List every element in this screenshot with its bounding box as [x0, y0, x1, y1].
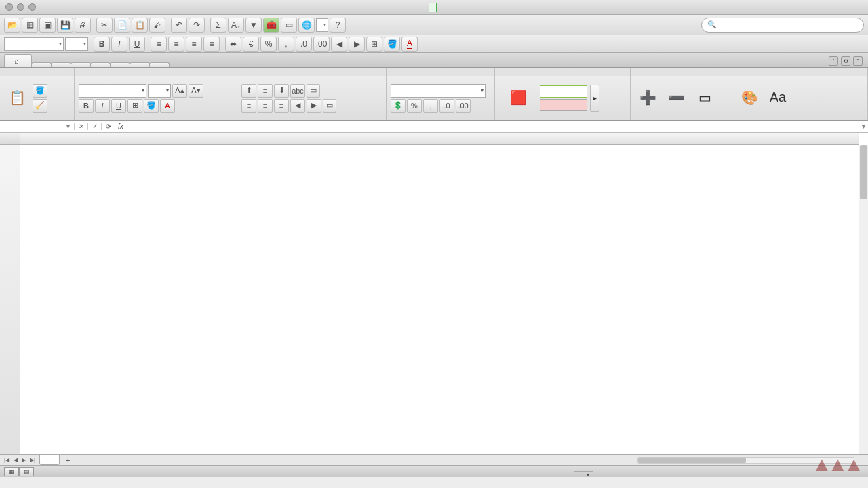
align-left-button[interactable]: ≡	[151, 37, 167, 52]
ribbon-italic-button[interactable]: I	[95, 99, 110, 113]
indent-right-button[interactable]: ▶	[307, 99, 321, 113]
align-center-button[interactable]: ≡	[168, 37, 184, 52]
tab-review[interactable]	[149, 62, 170, 67]
sheet-last-button[interactable]: ▶|	[28, 457, 37, 463]
formula-expand-button[interactable]: ▾	[859, 123, 868, 130]
delete-cells-button[interactable]: ➖	[663, 81, 689, 116]
ribbon-close-button[interactable]: ˅	[853, 56, 863, 66]
ribbon-borders-button[interactable]: ⊞	[127, 99, 142, 113]
styles-more-button[interactable]: ▸	[590, 85, 599, 112]
ribbon-fill-color-button[interactable]: 🪣	[144, 99, 159, 113]
style-normal[interactable]	[540, 85, 587, 98]
increase-decimal2-button[interactable]: .0	[439, 99, 454, 113]
style-bad[interactable]	[540, 99, 587, 111]
save-button[interactable]: 💾	[57, 18, 73, 33]
shrink-font-button[interactable]: A▾	[189, 84, 203, 98]
valign-middle-button[interactable]: ≡	[258, 84, 273, 98]
spreadsheet-grid[interactable]	[0, 133, 868, 454]
ribbon-settings-button[interactable]: ⚙	[841, 56, 850, 66]
undo-button[interactable]: ↶	[171, 18, 187, 33]
show-hide-button[interactable]: ▭	[281, 18, 297, 33]
halign-center-button[interactable]: ≡	[258, 99, 273, 113]
font-color-button[interactable]: A	[401, 37, 418, 52]
sheet-tab-1[interactable]	[39, 455, 60, 465]
insert-cells-button[interactable]: ➕	[635, 81, 660, 116]
ribbon-font-selector[interactable]	[79, 84, 146, 98]
vertical-scroll-thumb[interactable]	[860, 145, 867, 199]
select-all-corner[interactable]	[0, 133, 20, 145]
borders-button[interactable]: ⊞	[366, 37, 382, 52]
currency-dropdown-button[interactable]: 💲	[391, 99, 406, 113]
page-layout-view-button[interactable]: ▤	[19, 467, 34, 476]
horizontal-scroll-thumb[interactable]	[638, 458, 746, 463]
fill-button[interactable]: 🪣	[33, 84, 47, 98]
comma-style-button[interactable]: ,	[423, 99, 438, 113]
normal-view-button[interactable]: ▦	[4, 467, 19, 476]
tab-smartart[interactable]	[90, 62, 111, 67]
decrease-decimal2-button[interactable]: .00	[456, 99, 471, 113]
valign-bottom-button[interactable]: ⬇	[274, 84, 289, 98]
add-sheet-button[interactable]: +	[62, 456, 73, 464]
copy-button[interactable]: 📄	[114, 18, 130, 33]
tab-charts[interactable]	[71, 62, 91, 67]
currency-button[interactable]: €	[243, 37, 259, 52]
sheet-next-button[interactable]: ▶	[20, 457, 27, 463]
justify-button[interactable]: ≡	[203, 37, 220, 52]
bold-button[interactable]: B	[94, 37, 110, 52]
conditional-formatting-button[interactable]: 🟥	[499, 81, 537, 116]
fill-color-button[interactable]: 🪣	[384, 37, 400, 52]
comma-button[interactable]: ,	[278, 37, 294, 52]
paste-big-button[interactable]: 📋	[4, 81, 30, 116]
indent-left-button[interactable]: ◀	[290, 99, 305, 113]
autosum-button[interactable]: Σ	[210, 18, 226, 33]
zoom-window-button[interactable]	[28, 3, 36, 11]
redo-button[interactable]: ↷	[189, 18, 205, 33]
merge-cells-button[interactable]: ⬌	[225, 37, 241, 52]
italic-button[interactable]: I	[111, 37, 127, 52]
status-sum[interactable]	[574, 471, 593, 472]
sheet-first-button[interactable]: |◀	[3, 457, 11, 463]
decrease-indent-button[interactable]: ◀	[331, 37, 347, 52]
tab-data[interactable]	[130, 62, 150, 67]
cancel-formula-button[interactable]: ✕	[75, 123, 88, 130]
percent-button[interactable]: %	[260, 37, 277, 52]
search-input[interactable]: 🔍	[701, 18, 864, 33]
tab-formulas[interactable]	[110, 62, 130, 67]
themes-button[interactable]: 🎨	[736, 81, 762, 116]
new-button[interactable]: ▦	[22, 18, 38, 33]
increase-indent-button[interactable]: ▶	[349, 37, 365, 52]
increase-decimal-button[interactable]: .0	[296, 37, 312, 52]
format-painter-button[interactable]: 🖌	[149, 18, 165, 33]
ribbon-size-selector[interactable]	[148, 84, 171, 98]
clear-button[interactable]: 🧹	[33, 99, 47, 113]
font-size-selector[interactable]	[65, 37, 88, 51]
close-window-button[interactable]	[5, 3, 13, 11]
horizontal-scrollbar[interactable]	[637, 457, 854, 464]
ribbon-underline-button[interactable]: U	[111, 99, 126, 113]
ribbon-bold-button[interactable]: B	[79, 99, 94, 113]
cut-button[interactable]: ✂	[96, 18, 113, 33]
number-format-selector[interactable]	[391, 84, 486, 98]
percent-style-button[interactable]: %	[407, 99, 422, 113]
cells-area[interactable]	[20, 145, 859, 454]
template-button[interactable]: ▣	[39, 18, 56, 33]
media-button[interactable]: 🌐	[298, 18, 315, 33]
minimize-window-button[interactable]	[17, 3, 24, 11]
merge-button[interactable]: ▭	[323, 99, 336, 113]
wrap-text-button[interactable]: ▭	[307, 84, 320, 98]
grow-font-button[interactable]: A▴	[172, 84, 187, 98]
fx-button[interactable]: ⟳	[102, 123, 115, 130]
tab-tables[interactable]	[51, 62, 71, 67]
zoom-selector[interactable]	[316, 18, 328, 32]
orientation-button[interactable]: abc	[290, 84, 305, 98]
tab-home[interactable]: ⌂	[4, 54, 32, 67]
sheet-prev-button[interactable]: ◀	[12, 457, 19, 463]
name-box[interactable]: ▾	[0, 123, 75, 130]
paste-button[interactable]: 📋	[132, 18, 148, 33]
halign-right-button[interactable]: ≡	[274, 99, 289, 113]
open-button[interactable]: 📂	[4, 18, 20, 33]
filter-button[interactable]: ▼	[245, 18, 262, 33]
vertical-scrollbar[interactable]	[859, 145, 868, 454]
accept-formula-button[interactable]: ✓	[88, 123, 102, 130]
ribbon-font-color-button[interactable]: A	[160, 99, 175, 113]
